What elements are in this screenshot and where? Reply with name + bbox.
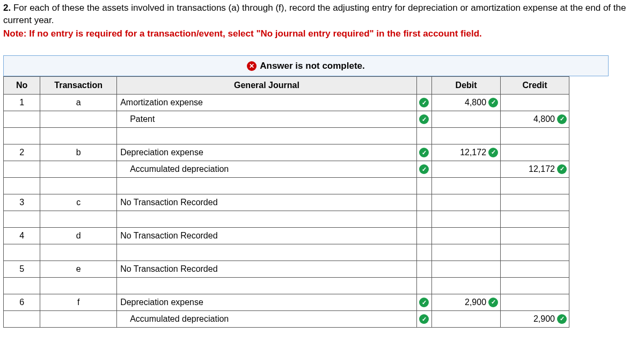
question-note: Note: If no entry is required for a tran… [3,28,641,40]
cell-account[interactable]: Accumulated depreciation [117,161,417,177]
spacer-row [4,127,569,144]
check-icon: ✓ [419,98,429,107]
cell-account-check [416,227,431,244]
cell-credit[interactable] [501,294,569,310]
table-row: 5eNo Transaction Recorded [4,261,569,277]
table-row: 2bDepreciation expense✓12,172✓ [4,144,569,161]
spacer-row [4,211,569,227]
table-row: Patent✓4,800✓ [4,111,569,127]
cell-credit[interactable]: 4,800✓ [501,111,569,127]
journal-table: No Transaction General Journal Debit Cre… [3,76,569,328]
table-row: Accumulated depreciation✓2,900✓ [4,310,569,327]
cell-account[interactable]: No Transaction Recorded [117,261,417,277]
check-icon: ✓ [419,314,429,324]
cell-account[interactable]: Amortization expense [117,94,417,111]
cell-account-check [416,194,431,211]
header-credit: Credit [501,76,569,94]
cell-debit[interactable] [432,194,501,211]
check-icon: ✓ [419,298,429,307]
debit-value: 4,800 [465,98,486,107]
header-check [416,76,431,94]
table-row: 1aAmortization expense✓4,800✓ [4,94,569,111]
cell-debit[interactable] [432,161,501,177]
cell-debit[interactable] [432,310,501,327]
cell-credit[interactable] [501,144,569,161]
cell-credit[interactable]: 12,172✓ [501,161,569,177]
cell-no [4,310,40,327]
cell-no [4,111,40,127]
spacer-row [4,177,569,194]
cell-credit[interactable] [501,94,569,111]
cell-account-check: ✓ [416,161,431,177]
cell-no: 3 [4,194,40,211]
cell-debit[interactable] [432,227,501,244]
debit-value: 12,172 [460,148,486,157]
credit-value: 4,800 [533,114,555,124]
cell-account-check: ✓ [416,111,431,127]
spacer-row [4,244,569,261]
cell-transaction: a [40,94,117,111]
question-text: 2. For each of these the assets involved… [3,2,641,27]
cell-transaction: e [40,261,117,277]
check-icon: ✓ [488,148,498,157]
cell-account-check: ✓ [416,310,431,327]
cell-account[interactable]: Depreciation expense [117,144,417,161]
cell-account[interactable]: No Transaction Recorded [117,194,417,211]
check-icon: ✓ [557,164,567,174]
cell-credit[interactable]: 2,900✓ [501,310,569,327]
check-icon: ✓ [557,114,567,124]
header-transaction: Transaction [40,76,117,94]
question-number: 2. [3,3,11,13]
cell-account[interactable]: No Transaction Recorded [117,227,417,244]
cell-no [4,161,40,177]
cell-debit[interactable]: 2,900✓ [432,294,501,310]
cell-no: 5 [4,261,40,277]
table-row: 6fDepreciation expense✓2,900✓ [4,294,569,310]
check-icon: ✓ [419,148,429,157]
check-icon: ✓ [419,164,429,174]
cell-account-check [416,261,431,277]
table-header-row: No Transaction General Journal Debit Cre… [4,76,569,94]
header-journal: General Journal [117,76,417,94]
header-debit: Debit [432,76,501,94]
cell-account-check: ✓ [416,94,431,111]
cell-transaction [40,310,117,327]
cell-transaction: d [40,227,117,244]
cell-debit[interactable]: 12,172✓ [432,144,501,161]
cell-debit[interactable] [432,261,501,277]
spacer-row [4,277,569,294]
cell-account[interactable]: Accumulated depreciation [117,310,417,327]
cell-debit[interactable] [432,111,501,127]
cell-account-check: ✓ [416,294,431,310]
cell-account-check: ✓ [416,144,431,161]
check-icon: ✓ [557,314,567,324]
cell-credit[interactable] [501,261,569,277]
status-bar: ✕ Answer is not complete. [3,55,609,76]
x-icon: ✕ [247,61,257,71]
credit-value: 12,172 [529,164,555,174]
credit-value: 2,900 [533,314,555,324]
table-row: Accumulated depreciation✓12,172✓ [4,161,569,177]
status-text: Answer is not complete. [260,61,365,71]
table-row: 3cNo Transaction Recorded [4,194,569,211]
cell-no: 4 [4,227,40,244]
cell-debit[interactable]: 4,800✓ [432,94,501,111]
cell-account[interactable]: Patent [117,111,417,127]
debit-value: 2,900 [465,298,486,307]
cell-no: 1 [4,94,40,111]
cell-transaction: f [40,294,117,310]
cell-account[interactable]: Depreciation expense [117,294,417,310]
check-icon: ✓ [488,98,498,107]
cell-transaction: b [40,144,117,161]
check-icon: ✓ [488,298,498,307]
table-row: 4dNo Transaction Recorded [4,227,569,244]
header-no: No [4,76,40,94]
question-body: For each of these the assets involved in… [3,3,626,25]
cell-transaction [40,111,117,127]
cell-credit[interactable] [501,194,569,211]
cell-transaction [40,161,117,177]
check-icon: ✓ [419,114,429,124]
cell-no: 6 [4,294,40,310]
cell-no: 2 [4,144,40,161]
cell-credit[interactable] [501,227,569,244]
